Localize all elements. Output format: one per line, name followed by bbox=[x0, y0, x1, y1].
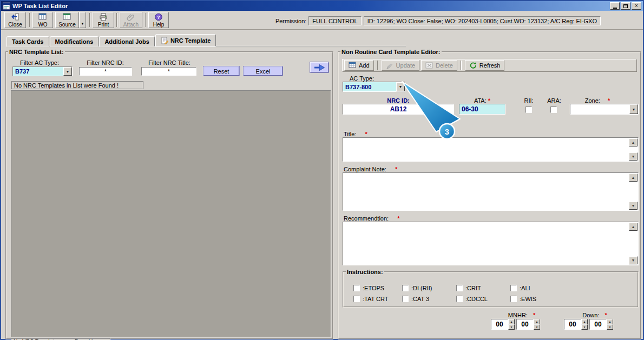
toolbar-separator bbox=[29, 13, 30, 27]
required-marker: * bbox=[533, 312, 535, 318]
etops-label: :ETOPS bbox=[363, 285, 384, 291]
tat-crt-label: :TAT CRT bbox=[363, 296, 388, 302]
zone-value bbox=[570, 104, 629, 114]
main-toolbar: Close WO Source ▼ Print Attach ? Help Pe… bbox=[1, 11, 643, 30]
spin-up-icon[interactable]: ▲ bbox=[534, 319, 540, 324]
mnhr-hours-spinner[interactable]: ▲▼ bbox=[491, 319, 515, 330]
spin-up-icon[interactable]: ▲ bbox=[581, 319, 588, 324]
filter-ac-type-value: B737 bbox=[13, 67, 63, 76]
tab-nrc-template[interactable]: NRC Template bbox=[155, 34, 216, 46]
spin-down-icon[interactable]: ▼ bbox=[607, 324, 613, 330]
scroll-down-icon[interactable]: ▼ bbox=[629, 202, 638, 210]
tab-modifications[interactable]: Modifications bbox=[50, 36, 99, 46]
print-button[interactable]: Print bbox=[93, 12, 114, 28]
filter-ac-type-combo[interactable]: B737 ▼ bbox=[12, 66, 73, 76]
recommendation-textarea[interactable]: ▲ ▼ bbox=[343, 222, 639, 265]
dropdown-arrow-icon: ▼ bbox=[81, 22, 84, 25]
transfer-arrow-button[interactable] bbox=[310, 62, 328, 72]
nrc-id-field[interactable] bbox=[343, 104, 454, 115]
restore-button[interactable] bbox=[621, 2, 630, 10]
zone-combo[interactable]: ▼ bbox=[570, 104, 639, 115]
title-textarea[interactable]: ▲ ▼ bbox=[343, 137, 639, 162]
ac-type-combo[interactable]: B737-800 ▼ bbox=[343, 82, 405, 92]
scroll-up-icon[interactable]: ▲ bbox=[629, 174, 638, 182]
instructions-title: Instructions: bbox=[346, 269, 384, 275]
reset-button[interactable]: Reset bbox=[203, 66, 239, 76]
down-hours-value[interactable] bbox=[564, 319, 581, 330]
toolbar-separator bbox=[145, 13, 146, 27]
instructions-group: Instructions: :ETOPS :DI (RII) :CRIT :AL… bbox=[343, 269, 639, 308]
ewis-checkbox[interactable] bbox=[510, 296, 517, 302]
filter-nrc-title-label: Filter NRC Title: bbox=[139, 59, 200, 66]
nrc-template-list-title: NRC Template List: bbox=[8, 49, 65, 55]
crit-label: :CRIT bbox=[465, 285, 481, 291]
empty-list-message: No NRC Templates in List were Found ! bbox=[11, 81, 143, 89]
cdccl-checkbox[interactable] bbox=[456, 296, 463, 302]
nrc-template-list-group: NRC Template List: Filter AC Type: Filte… bbox=[5, 49, 333, 339]
ali-label: :ALI bbox=[520, 285, 530, 291]
restore-icon bbox=[623, 4, 628, 8]
update-button-label: Update bbox=[396, 62, 415, 69]
source-dropdown-button[interactable]: ▼ bbox=[79, 12, 86, 28]
crit-checkbox[interactable] bbox=[456, 285, 463, 291]
tat-crt-checkbox[interactable] bbox=[353, 296, 360, 302]
required-marker: * bbox=[604, 312, 607, 318]
di-rii-checkbox[interactable] bbox=[402, 285, 409, 291]
spin-down-icon[interactable]: ▼ bbox=[581, 324, 588, 330]
complaint-note-textarea[interactable]: ▲ ▼ bbox=[343, 172, 639, 211]
down-minutes-spinner[interactable]: ▲▼ bbox=[589, 319, 613, 330]
editor-toolbar: Add Update Delete Refresh bbox=[342, 59, 637, 72]
scroll-down-icon[interactable]: ▼ bbox=[629, 152, 638, 161]
tab-additional-jobs[interactable]: Additional Jobs bbox=[99, 36, 155, 46]
mnhr-hours-value[interactable] bbox=[491, 319, 508, 330]
refresh-icon bbox=[469, 62, 477, 69]
nrc-template-list[interactable] bbox=[11, 90, 331, 337]
down-minutes-value[interactable] bbox=[589, 319, 607, 330]
source-button[interactable]: Source bbox=[55, 12, 79, 28]
tab-task-cards[interactable]: Task Cards bbox=[6, 36, 49, 46]
delete-button[interactable]: Delete bbox=[421, 60, 457, 71]
filter-nrc-id-input[interactable] bbox=[79, 67, 132, 76]
close-button-label: Close bbox=[8, 22, 22, 28]
refresh-button[interactable]: Refresh bbox=[465, 60, 505, 71]
rii-checkbox[interactable] bbox=[525, 106, 532, 113]
filter-nrc-id-label: Filter NRC ID: bbox=[77, 59, 134, 66]
mnhr-minutes-spinner[interactable]: ▲▼ bbox=[516, 319, 540, 330]
ara-checkbox[interactable] bbox=[550, 106, 557, 113]
app-window: WP Task List Editor × Close WO Source ▼ … bbox=[0, 0, 644, 340]
ali-checkbox[interactable] bbox=[510, 285, 517, 291]
ata-field[interactable] bbox=[459, 104, 505, 115]
add-button[interactable]: Add bbox=[344, 60, 374, 71]
down-hours-spinner[interactable]: ▲▼ bbox=[564, 319, 588, 330]
spin-down-icon[interactable]: ▼ bbox=[508, 324, 515, 330]
update-icon bbox=[386, 62, 394, 69]
cat-3-checkbox[interactable] bbox=[402, 296, 409, 302]
tab-label: Additional Jobs bbox=[104, 38, 149, 45]
mnhr-minutes-value[interactable] bbox=[516, 319, 534, 330]
cdccl-label: :CDCCL bbox=[465, 296, 488, 302]
scroll-up-icon[interactable]: ▲ bbox=[629, 138, 638, 146]
excel-button[interactable]: Excel bbox=[244, 66, 282, 76]
wo-button[interactable]: WO bbox=[32, 12, 53, 28]
help-button[interactable]: ? Help bbox=[148, 12, 169, 28]
spin-up-icon[interactable]: ▲ bbox=[607, 319, 613, 324]
update-button[interactable]: Update bbox=[382, 60, 419, 71]
ata-label: ATA:* bbox=[459, 97, 505, 104]
nrc-editor-title: Non Routine Card Template Editor: bbox=[340, 49, 442, 55]
help-button-label: Help bbox=[153, 22, 165, 28]
spin-down-icon[interactable]: ▼ bbox=[534, 324, 540, 330]
svg-text:?: ? bbox=[157, 15, 160, 20]
minimize-button[interactable] bbox=[610, 2, 620, 10]
filter-nrc-title-input[interactable] bbox=[141, 67, 196, 76]
close-window-button[interactable]: × bbox=[632, 2, 641, 10]
title-label: Title:* bbox=[344, 131, 367, 137]
scroll-up-icon[interactable]: ▲ bbox=[629, 223, 638, 231]
scroll-down-icon[interactable]: ▼ bbox=[629, 256, 638, 264]
tab-strip: Task Cards Modifications Additional Jobs… bbox=[6, 34, 216, 46]
spin-up-icon[interactable]: ▲ bbox=[508, 319, 515, 324]
attach-button[interactable]: Attach bbox=[120, 12, 142, 28]
window-title: WP Task List Editor bbox=[12, 3, 608, 9]
close-button[interactable]: Close bbox=[4, 12, 26, 28]
refresh-button-label: Refresh bbox=[479, 62, 501, 69]
etops-checkbox[interactable] bbox=[353, 285, 360, 291]
